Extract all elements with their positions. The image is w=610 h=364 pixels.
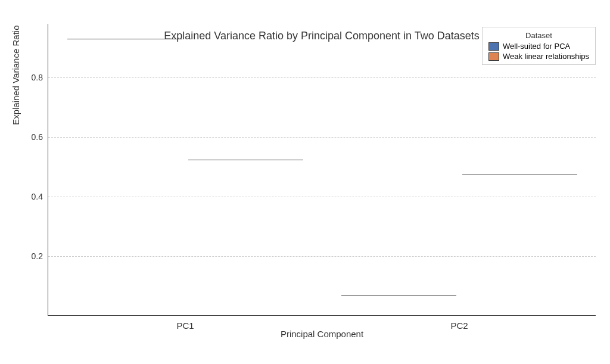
gridline [48, 256, 596, 257]
legend-title: Dataset [488, 31, 589, 40]
xtick-label: PC1 [176, 321, 194, 331]
bar-top [341, 295, 456, 295]
bar-top [67, 39, 182, 39]
bar-top [462, 175, 577, 175]
gridline [48, 137, 596, 138]
legend: Dataset Well-suited for PCA Weak linear … [482, 27, 596, 65]
y-axis-label: Explained Variance Ratio [11, 26, 21, 125]
xtick-label: PC2 [450, 321, 468, 331]
legend-label: Weak linear relationships [503, 52, 589, 61]
ytick-label: 0.6 [32, 132, 43, 142]
x-axis-label: Principal Component [48, 329, 596, 339]
legend-label: Well-suited for PCA [503, 42, 570, 51]
legend-item: Well-suited for PCA [488, 42, 589, 51]
ytick-label: 0.2 [32, 251, 43, 261]
legend-item: Weak linear relationships [488, 52, 589, 61]
plot-area: Explained Variance Ratio Principal Compo… [48, 24, 596, 316]
gridline [48, 77, 596, 78]
legend-swatch-icon [488, 42, 499, 51]
gridline [48, 197, 596, 197]
bar-top [188, 160, 303, 160]
ytick-label: 0.8 [32, 73, 43, 82]
chart-container: Explained Variance Ratio by Principal Co… [48, 24, 596, 334]
legend-swatch-icon [488, 52, 499, 61]
ytick-label: 0.4 [32, 192, 43, 201]
